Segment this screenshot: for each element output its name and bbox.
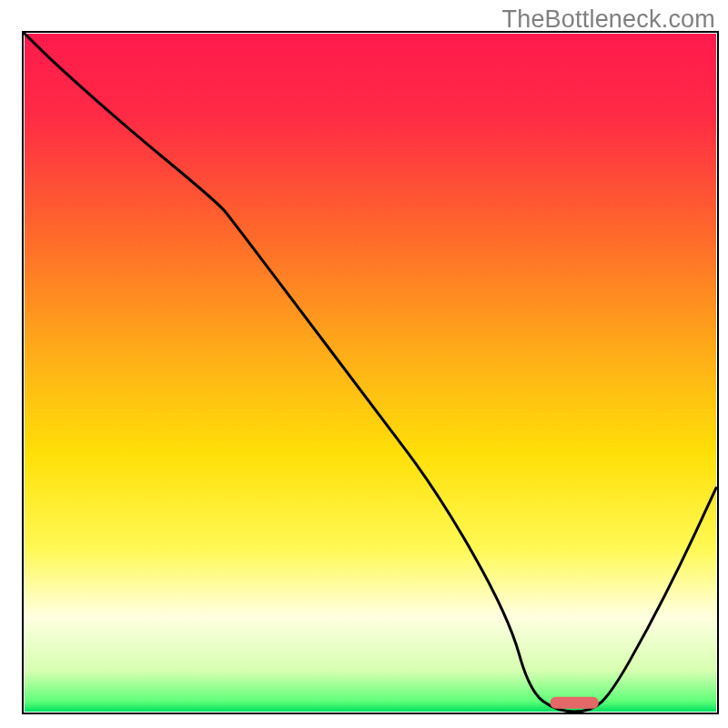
bottleneck-chart xyxy=(0,0,728,728)
attribution-label: TheBottleneck.com xyxy=(501,5,715,34)
gradient-background xyxy=(25,34,716,712)
optimal-marker xyxy=(551,697,599,709)
